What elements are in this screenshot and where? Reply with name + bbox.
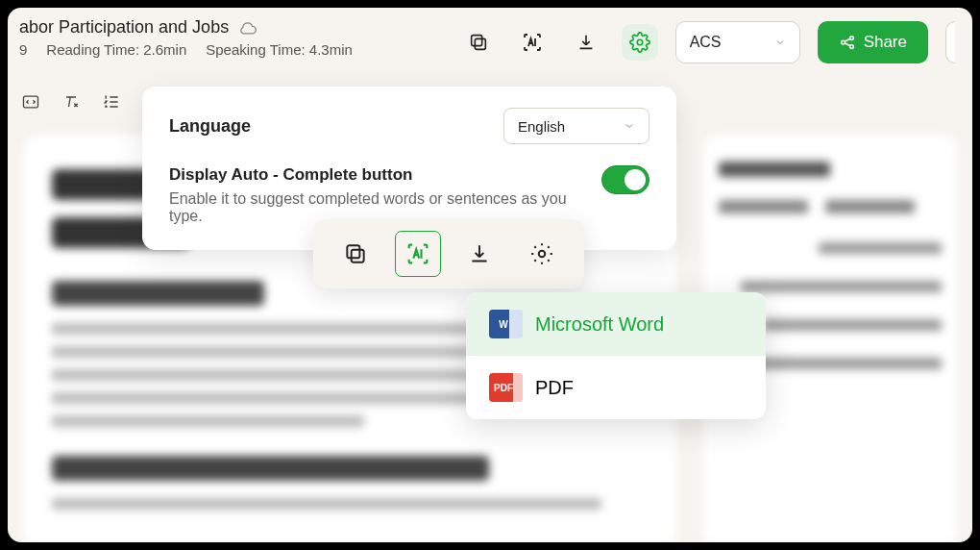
svg-rect-1 [471, 36, 481, 46]
topbar: abor Participation and Jobs 9 Reading Ti… [8, 8, 972, 81]
language-value: English [518, 118, 565, 135]
copy-button[interactable] [460, 24, 497, 61]
svg-rect-0 [475, 38, 485, 49]
svg-point-2 [637, 39, 643, 45]
download-word-label: Microsoft Word [535, 313, 664, 336]
code-block-button[interactable] [17, 88, 44, 115]
mini-toolbar [313, 219, 584, 288]
pdf-icon: PDF [489, 373, 518, 402]
word-count: 9 [19, 41, 27, 58]
autocomplete-toggle[interactable] [601, 165, 649, 194]
language-select[interactable]: English [503, 108, 649, 144]
ai-detect-button[interactable] [514, 24, 551, 61]
reading-time: Reading Time: 2.6min [46, 41, 186, 58]
download-button[interactable] [568, 24, 604, 61]
download-pdf-label: PDF [535, 377, 574, 399]
chevron-down-icon [624, 120, 635, 132]
share-label: Share [864, 33, 907, 52]
svg-rect-6 [24, 96, 38, 108]
document-meta: abor Participation and Jobs 9 Reading Ti… [19, 17, 353, 58]
cloud-sync-icon [238, 18, 257, 38]
autocomplete-title: Display Auto - Complete button [169, 165, 582, 185]
clear-format-button[interactable] [58, 88, 85, 115]
mini-settings-button[interactable] [515, 227, 569, 281]
mini-ai-detect-button[interactable] [391, 227, 445, 281]
citation-style-value: ACS [690, 34, 722, 51]
download-word-item[interactable]: W Microsoft Word [466, 292, 766, 356]
right-edge-fragment [945, 21, 955, 63]
share-button[interactable]: Share [818, 21, 928, 63]
top-actions: ACS Share [460, 21, 955, 63]
svg-point-12 [539, 251, 546, 258]
share-icon [839, 34, 856, 51]
ordered-list-button[interactable] [98, 88, 125, 115]
settings-button[interactable] [622, 24, 658, 61]
mini-download-button[interactable] [453, 227, 506, 281]
speaking-time: Speaking Time: 4.3min [206, 41, 353, 58]
language-label: Language [169, 116, 251, 137]
citation-style-select[interactable]: ACS [675, 21, 800, 63]
svg-rect-10 [352, 250, 364, 262]
word-icon: W [489, 310, 518, 338]
download-pdf-item[interactable]: PDF PDF [466, 356, 766, 419]
chevron-down-icon [774, 37, 786, 48]
download-menu: W Microsoft Word PDF PDF [466, 292, 766, 419]
document-title: abor Participation and Jobs [19, 17, 229, 38]
mini-copy-button[interactable] [329, 227, 382, 281]
svg-rect-11 [348, 245, 360, 258]
